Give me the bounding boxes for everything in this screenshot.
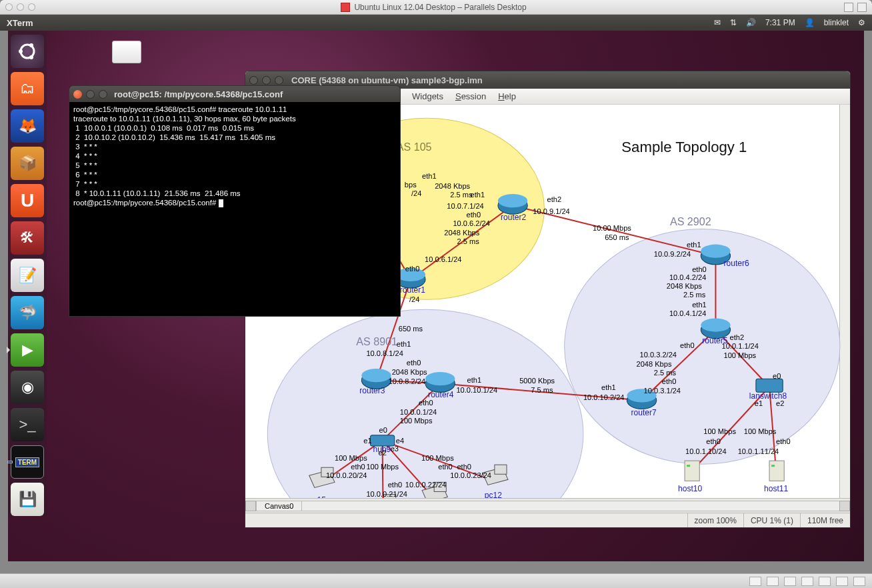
xterm-line: 8 * 10.0.1.11 (10.0.1.11) 21.536 ms 21.4… bbox=[73, 189, 241, 197]
svg-text:10.0.10.1/24: 10.0.10.1/24 bbox=[456, 386, 497, 394]
mac-minimize-button[interactable] bbox=[17, 3, 24, 11]
svg-text:router2: router2 bbox=[501, 213, 527, 222]
drive-icon[interactable]: 💾 bbox=[11, 483, 44, 516]
parallels-icon bbox=[341, 3, 350, 12]
svg-text:eth1: eth1 bbox=[467, 376, 482, 384]
svg-text:10.0.8.2/24: 10.0.8.2/24 bbox=[389, 377, 425, 385]
svg-text:pc15: pc15 bbox=[309, 495, 326, 498]
wireshark-icon[interactable]: 🦈 bbox=[11, 296, 44, 329]
core-window-title: CORE (54368 on ubuntu-vm) sample3-bgp.im… bbox=[291, 75, 483, 85]
lanswitch8-node[interactable] bbox=[756, 379, 783, 392]
parallels-device-icon[interactable] bbox=[801, 577, 813, 586]
hscroll-right-button[interactable] bbox=[839, 501, 850, 511]
svg-text:pc12: pc12 bbox=[485, 491, 502, 498]
host11-node[interactable] bbox=[769, 461, 784, 481]
parallels-device-icon[interactable] bbox=[784, 577, 796, 586]
sound-indicator-icon[interactable]: 🔊 bbox=[746, 18, 756, 27]
svg-point-23 bbox=[425, 372, 455, 385]
app-dark-icon[interactable]: ◉ bbox=[11, 371, 44, 404]
xterm-maximize-button[interactable] bbox=[99, 90, 107, 99]
parallels-device-icon[interactable] bbox=[767, 577, 779, 586]
canvas-tab[interactable]: Canvas0 bbox=[256, 501, 302, 511]
system-settings-icon[interactable]: 🛠 bbox=[11, 221, 44, 255]
xterm-line: 3 * * * bbox=[73, 143, 97, 151]
svg-text:eth0: eth0 bbox=[405, 265, 420, 273]
xterm-line: 6 * * * bbox=[73, 171, 97, 179]
parallels-device-icon[interactable] bbox=[749, 577, 761, 586]
svg-text:e2: e2 bbox=[379, 449, 387, 457]
svg-text:eth0: eth0 bbox=[467, 211, 481, 219]
svg-text:10.0.1.1/24: 10.0.1.1/24 bbox=[722, 342, 759, 350]
svg-text:2048 Kbps: 2048 Kbps bbox=[444, 229, 479, 237]
parallels-device-icon[interactable] bbox=[853, 577, 865, 586]
svg-point-136 bbox=[29, 55, 33, 59]
hscroll-track[interactable] bbox=[302, 501, 839, 511]
topology-title: Sample Topology 1 bbox=[621, 139, 747, 155]
svg-text:10.0.1.10/24: 10.0.1.10/24 bbox=[685, 447, 727, 455]
ubuntu-top-panel: XTerm ✉ ⇅ 🔊 7:31 PM 👤 blinklet ⚙ bbox=[0, 15, 872, 31]
svg-text:eth1: eth1 bbox=[692, 301, 707, 309]
svg-text:2048 Kbps: 2048 Kbps bbox=[667, 282, 702, 290]
menu-widgets[interactable]: Widgets bbox=[412, 91, 443, 101]
xterm-close-button[interactable] bbox=[73, 90, 82, 99]
svg-text:e3: e3 bbox=[391, 445, 399, 453]
svg-point-19 bbox=[498, 194, 527, 207]
mac-close-button[interactable] bbox=[5, 3, 13, 11]
xterm-body[interactable]: root@pc15:/tmp/pycore.54368/pc15.conf# t… bbox=[69, 102, 400, 210]
svg-text:eth0: eth0 bbox=[438, 463, 453, 471]
svg-text:bps: bps bbox=[405, 181, 417, 189]
svg-text:eth2: eth2 bbox=[547, 195, 561, 203]
nautilus-icon[interactable]: 🗂 bbox=[11, 72, 44, 105]
panel-username[interactable]: blinklet bbox=[824, 18, 849, 27]
mac-fullscreen-button[interactable] bbox=[857, 3, 867, 12]
firefox-icon[interactable]: 🦊 bbox=[11, 109, 44, 143]
svg-point-21 bbox=[361, 369, 391, 382]
ubuntu-desktop[interactable]: CORE (54368 on ubuntu-vm) sample3-bgp.im… bbox=[8, 31, 864, 561]
system-gear-icon[interactable]: ⚙ bbox=[858, 18, 865, 27]
svg-text:eth0: eth0 bbox=[680, 341, 695, 349]
svg-text:2.5 ms: 2.5 ms bbox=[683, 291, 706, 299]
svg-text:eth1: eth1 bbox=[687, 241, 701, 249]
mac-zoom-button[interactable] bbox=[28, 3, 35, 11]
svg-text:10.0.0.23/24: 10.0.0.23/24 bbox=[450, 471, 491, 479]
ubuntu-one-icon[interactable]: U bbox=[11, 184, 44, 217]
panel-clock[interactable]: 7:31 PM bbox=[765, 18, 795, 27]
network-indicator-icon[interactable]: ⇅ bbox=[730, 18, 737, 27]
core-minimize-button[interactable] bbox=[262, 76, 271, 85]
svg-text:eth1: eth1 bbox=[422, 172, 437, 180]
xterm-line: 1 10.0.0.1 (10.0.0.1) 0.108 ms 0.017 ms … bbox=[73, 124, 254, 132]
svg-text:650 ms: 650 ms bbox=[399, 325, 423, 333]
menu-session[interactable]: Session bbox=[455, 91, 486, 101]
status-zoom: zoom 100% bbox=[687, 513, 743, 527]
xterm-titlebar[interactable]: root@pc15: /tmp/pycore.54368/pc15.conf bbox=[69, 86, 400, 102]
core-close-button[interactable] bbox=[249, 76, 258, 85]
svg-text:100 Mbps: 100 Mbps bbox=[421, 454, 454, 462]
router2-node[interactable] bbox=[498, 194, 527, 214]
svg-text:router6: router6 bbox=[724, 259, 750, 268]
svg-point-27 bbox=[701, 245, 730, 258]
software-updater-icon[interactable]: 📦 bbox=[11, 147, 44, 180]
hscroll-left-button[interactable] bbox=[245, 501, 256, 511]
dash-home-icon[interactable] bbox=[11, 35, 44, 68]
svg-text:eth0: eth0 bbox=[692, 265, 707, 273]
parallels-device-icon[interactable] bbox=[836, 577, 848, 586]
mac-toolbar-button[interactable] bbox=[844, 3, 853, 12]
core-maximize-button[interactable] bbox=[275, 76, 283, 85]
svg-text:2.5 ms: 2.5 ms bbox=[457, 237, 479, 245]
menu-help[interactable]: Help bbox=[498, 91, 516, 101]
router4-node[interactable] bbox=[425, 372, 455, 392]
svg-text:router3: router3 bbox=[359, 386, 385, 395]
text-editor-icon[interactable]: 📝 bbox=[11, 259, 44, 292]
svg-text:10.0.8.1/24: 10.0.8.1/24 bbox=[366, 349, 403, 357]
xterm-minimize-button[interactable] bbox=[86, 90, 95, 99]
svg-text:10.0.4.1/24: 10.0.4.1/24 bbox=[669, 309, 706, 317]
svg-text:10.0.6.1/24: 10.0.6.1/24 bbox=[425, 255, 461, 263]
core-launcher-icon[interactable]: ▶ bbox=[11, 333, 44, 367]
host10-node[interactable] bbox=[685, 461, 699, 481]
xterm-line: traceroute to 10.0.1.11 (10.0.1.11), 30 … bbox=[73, 115, 296, 123]
parallels-device-icon[interactable] bbox=[819, 577, 831, 586]
mail-indicator-icon[interactable]: ✉ bbox=[714, 18, 721, 27]
desktop-folder-icon[interactable] bbox=[108, 41, 145, 73]
terminal-icon[interactable]: >_ bbox=[11, 408, 44, 441]
xterm-launcher-icon[interactable]: TERM bbox=[11, 445, 44, 479]
